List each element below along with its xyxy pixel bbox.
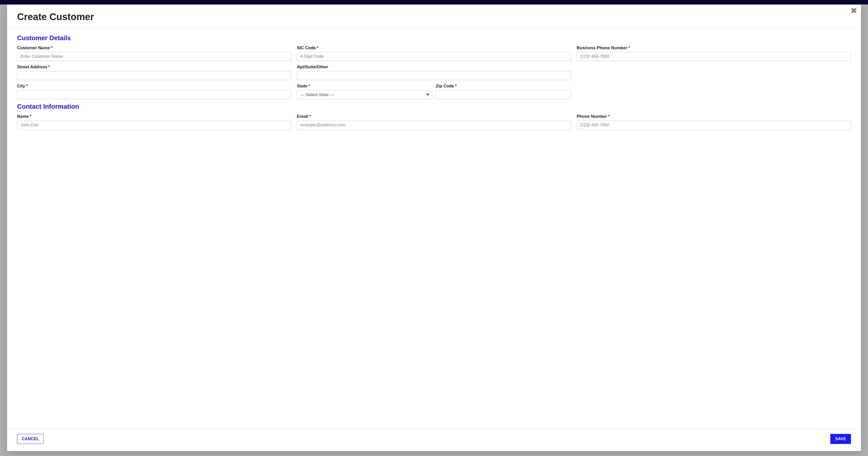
- contact-name-input[interactable]: [17, 121, 291, 130]
- label-zip-text: Zip Code: [436, 84, 454, 89]
- label-city-text: City: [17, 84, 25, 89]
- app-topbar: [0, 0, 868, 4]
- group-contact-phone: Phone Number *: [577, 114, 851, 130]
- save-button[interactable]: SAVE: [830, 434, 851, 444]
- row-city-state-zip: City * State *: [17, 84, 851, 99]
- group-contact-email: Email *: [297, 114, 571, 130]
- street-address-input[interactable]: [17, 71, 291, 80]
- apt-suite-input[interactable]: [297, 71, 571, 80]
- row-customer-name-sic-phone: Customer Name * SIC Code * Business Phon…: [17, 45, 851, 61]
- required-marker: *: [455, 84, 457, 89]
- section-title-contact-info: Contact Information: [17, 103, 851, 110]
- required-marker: *: [308, 84, 310, 89]
- modal-body: Customer Details Customer Name * SIC Cod…: [7, 28, 861, 429]
- customer-name-input[interactable]: [17, 52, 291, 61]
- label-apt-suite-text: Apt/Suite/Other: [297, 65, 328, 70]
- group-city: City *: [17, 84, 291, 99]
- required-marker: *: [48, 65, 50, 70]
- group-customer-name: Customer Name *: [17, 45, 291, 61]
- label-city: City *: [17, 84, 291, 89]
- create-customer-modal: Create Customer ✖ Customer Details Custo…: [7, 4, 861, 451]
- label-contact-phone: Phone Number *: [577, 114, 851, 119]
- label-business-phone: Business Phone Number *: [577, 45, 851, 51]
- section-title-customer-details: Customer Details: [17, 34, 851, 42]
- required-marker: *: [608, 114, 610, 119]
- required-marker: *: [51, 45, 53, 51]
- label-apt-suite: Apt/Suite/Other: [297, 65, 571, 70]
- required-marker: *: [26, 84, 28, 89]
- sic-code-input[interactable]: [297, 52, 571, 61]
- label-customer-name: Customer Name *: [17, 45, 291, 51]
- contact-phone-input[interactable]: [577, 121, 851, 130]
- state-select[interactable]: --- Select State ---: [297, 90, 432, 99]
- modal-header: Create Customer ✖: [7, 4, 861, 28]
- label-contact-phone-text: Phone Number: [577, 114, 607, 119]
- group-street-address: Street Address *: [17, 65, 291, 80]
- cancel-button[interactable]: CANCEL: [17, 434, 44, 444]
- group-zip: Zip Code *: [436, 84, 571, 99]
- modal-footer: CANCEL SAVE: [7, 429, 861, 451]
- label-state: State *: [297, 84, 432, 89]
- label-zip: Zip Code *: [436, 84, 571, 89]
- label-contact-email: Email *: [297, 114, 571, 119]
- label-contact-email-text: Email: [297, 114, 308, 119]
- label-contact-name: Name *: [17, 114, 291, 119]
- label-sic-code-text: SIC Code: [297, 45, 316, 51]
- label-business-phone-text: Business Phone Number: [577, 45, 627, 51]
- group-sic-code: SIC Code *: [297, 45, 571, 61]
- row-contact-name-email-phone: Name * Email * Phone Number *: [17, 114, 851, 130]
- group-state: State * --- Select State ---: [297, 84, 432, 99]
- label-sic-code: SIC Code *: [297, 45, 571, 51]
- group-contact-name: Name *: [17, 114, 291, 130]
- modal-backdrop: Create Customer ✖ Customer Details Custo…: [0, 0, 868, 456]
- row-street-apt: Street Address * Apt/Suite/Other: [17, 65, 851, 80]
- group-apt-suite: Apt/Suite/Other: [297, 65, 571, 80]
- group-business-phone: Business Phone Number *: [577, 45, 851, 61]
- spacer: [577, 65, 851, 80]
- required-marker: *: [628, 45, 630, 51]
- label-state-text: State: [297, 84, 307, 89]
- required-marker: *: [30, 114, 31, 119]
- label-street-address-text: Street Address: [17, 65, 47, 70]
- label-contact-name-text: Name: [17, 114, 29, 119]
- group-state-zip: State * --- Select State ---: [297, 84, 571, 99]
- modal-title: Create Customer: [17, 11, 851, 22]
- required-marker: *: [309, 114, 311, 119]
- spacer: [577, 84, 851, 99]
- business-phone-input[interactable]: [577, 52, 851, 61]
- close-icon[interactable]: ✖: [851, 7, 857, 14]
- label-customer-name-text: Customer Name: [17, 45, 50, 51]
- required-marker: *: [317, 45, 319, 51]
- label-street-address: Street Address *: [17, 65, 291, 70]
- city-input[interactable]: [17, 90, 291, 99]
- zip-input[interactable]: [436, 90, 571, 99]
- contact-email-input[interactable]: [297, 121, 571, 130]
